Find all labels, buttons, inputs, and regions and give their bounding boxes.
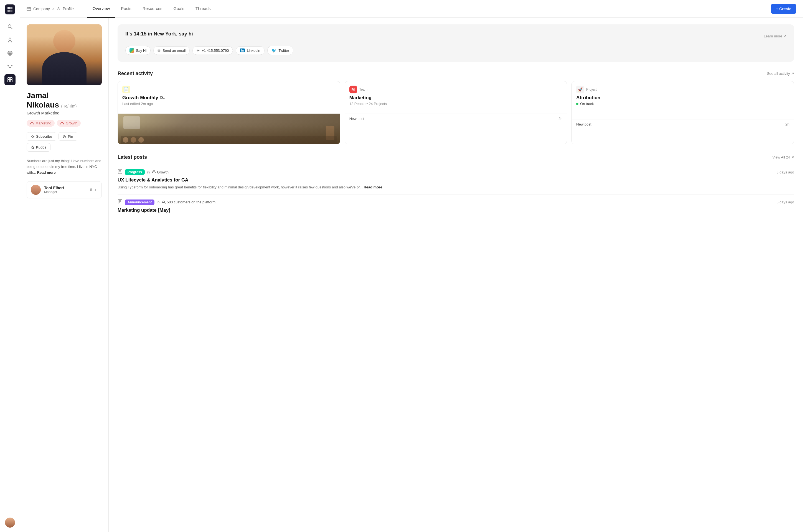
twitter-icon: 🐦: [271, 48, 277, 53]
profile-title: Growth Marketing: [26, 111, 102, 115]
topnav: Company > Profile Overview Posts Resourc…: [20, 0, 803, 18]
sidebar-item-goals[interactable]: [4, 48, 16, 59]
slack-icon: [129, 48, 134, 53]
main-content: Company > Profile Overview Posts Resourc…: [20, 0, 803, 532]
sidebar-item-dashboard[interactable]: [4, 74, 16, 86]
activity-cards: 📄 Growth Monthly D.. Last edited 2m ago: [117, 81, 794, 144]
attribution-status: On track: [580, 102, 594, 106]
view-all-posts-link[interactable]: View All 24 ↗: [772, 155, 794, 159]
svg-line-5: [11, 27, 12, 29]
latest-posts-title: Latest posts: [117, 154, 147, 160]
tag-marketing[interactable]: Marketing: [26, 120, 55, 127]
post-title-1[interactable]: UX Lifecycle & Analytics for GA: [117, 177, 794, 183]
svg-rect-2: [7, 10, 10, 12]
manager-info: Toni Elbert Manager: [44, 186, 87, 194]
marketing-team-footer: New post 2h: [345, 114, 567, 124]
breadcrumb-company[interactable]: Company: [33, 7, 50, 11]
growth-doc-image: [118, 114, 340, 144]
latest-posts-header: Latest posts View All 24 ↗: [117, 154, 794, 160]
svg-point-4: [8, 25, 11, 28]
left-panel: Jamal Nikolaus (He/Him) Growth Marketing…: [20, 18, 109, 532]
see-all-activity-link[interactable]: See all activity ↗: [767, 72, 794, 76]
say-hi-button[interactable]: Say Hi: [125, 46, 150, 55]
svg-rect-18: [118, 169, 122, 174]
post-title-2[interactable]: Marketing update [May]: [117, 208, 794, 213]
tab-threads[interactable]: Threads: [190, 0, 216, 18]
read-more-link[interactable]: Read more: [37, 170, 56, 174]
greeting-actions: Say Hi ✉ Send an email ✳ +1 415.553.0790…: [125, 46, 786, 55]
profile-bio: Numbers are just my thing! I love number…: [26, 158, 102, 175]
svg-rect-1: [10, 7, 13, 9]
send-email-button[interactable]: ✉ Send an email: [153, 46, 190, 55]
right-panel: It's 14:15 in New York, say hi Learn mor…: [109, 18, 803, 532]
phone-icon: ✳: [197, 49, 200, 53]
profile-last-name: Nikolaus: [26, 100, 59, 109]
post-in-2: in: [157, 200, 160, 204]
post-in-1: in: [147, 170, 150, 174]
activity-card-growth-doc[interactable]: 📄 Growth Monthly D.. Last edited 2m ago: [117, 81, 340, 144]
tab-posts[interactable]: Posts: [115, 0, 137, 18]
attribution-icon: 🚀: [578, 87, 583, 92]
tab-goals[interactable]: Goals: [168, 0, 190, 18]
post-meta-2: Announcement in 500 customers on the pla…: [117, 199, 794, 205]
breadcrumb-separator: >: [52, 7, 54, 11]
svg-point-8: [10, 53, 11, 54]
manager-name: Toni Elbert: [44, 186, 87, 190]
tab-resources[interactable]: Resources: [137, 0, 168, 18]
post-doc-icon-1: [117, 169, 123, 175]
post-time-1: 3 days ago: [777, 170, 794, 174]
content-area: Jamal Nikolaus (He/Him) Growth Marketing…: [20, 18, 803, 532]
attribution-label: New post: [576, 122, 591, 126]
post-excerpt-1: Using Typeform for onboarding has great …: [117, 185, 794, 190]
manager-card[interactable]: Toni Elbert Manager 8: [26, 181, 102, 198]
sidebar-item-search[interactable]: [4, 21, 16, 32]
growth-doc-sub: Last edited 2m ago: [122, 102, 335, 106]
tag-growth[interactable]: Growth: [57, 120, 81, 127]
twitter-button[interactable]: 🐦 Twitter: [267, 46, 293, 55]
attribution-type: Project: [586, 88, 597, 92]
marketing-team-label: New post: [349, 117, 364, 121]
post-group-2: 500 customers on the platform: [162, 200, 216, 204]
profile-pronoun: (He/Him): [61, 104, 76, 108]
activity-card-attribution[interactable]: 🚀 Project Attribution On track New post …: [571, 81, 794, 144]
email-icon: ✉: [158, 49, 161, 53]
post-readmore-1[interactable]: Read more: [364, 185, 382, 189]
greeting-title: It's 14:15 in New York, say hi: [125, 31, 193, 37]
pin-button[interactable]: Pin: [58, 132, 77, 141]
create-button[interactable]: + Create: [771, 4, 796, 14]
manager-count: 8: [90, 188, 97, 192]
kudos-button[interactable]: Kudos: [26, 143, 51, 152]
marketing-team-sub: 12 People • 24 Projects: [349, 102, 563, 106]
learn-more-link[interactable]: Learn more ↗: [764, 34, 786, 38]
breadcrumb-current: Profile: [63, 7, 74, 11]
svg-point-17: [32, 136, 34, 137]
profile-name: Jamal Nikolaus (He/Him): [26, 91, 102, 110]
marketing-team-icon: M: [352, 87, 355, 92]
activity-card-marketing[interactable]: M Team Marketing 12 People • 24 Projects…: [345, 81, 567, 144]
attribution-title: Attribution: [576, 95, 789, 100]
marketing-team-time: 2h: [559, 117, 562, 121]
post-item-ux-lifecycle: Progress in Growth 3 days ago UX Lifecyc…: [117, 165, 794, 195]
svg-rect-9: [8, 78, 10, 79]
svg-rect-21: [118, 200, 122, 204]
profile-tags: Marketing Growth: [26, 120, 102, 127]
profile-actions: Subscribe Pin Kudos: [26, 132, 102, 152]
marketing-team-title: Marketing: [349, 95, 563, 100]
svg-point-20: [154, 171, 155, 172]
tab-overview[interactable]: Overview: [87, 0, 116, 18]
svg-point-7: [8, 52, 11, 55]
svg-rect-13: [27, 7, 31, 11]
manager-avatar: [31, 185, 41, 195]
linkedin-icon: in: [240, 49, 245, 52]
phone-button[interactable]: ✳ +1 415.553.0790: [193, 46, 233, 55]
user-avatar[interactable]: [5, 518, 15, 528]
subscribe-button[interactable]: Subscribe: [26, 132, 56, 141]
attribution-footer: New post 2h: [572, 119, 794, 129]
linkedin-button[interactable]: in Linkedin: [236, 46, 264, 55]
sidebar-item-flows[interactable]: [4, 61, 16, 72]
profile-photo: [26, 24, 102, 86]
svg-rect-11: [8, 80, 10, 82]
nav-tabs: Overview Posts Resources Goals Threads: [87, 0, 771, 18]
svg-rect-12: [10, 80, 12, 82]
sidebar-item-rocket[interactable]: [4, 34, 16, 45]
